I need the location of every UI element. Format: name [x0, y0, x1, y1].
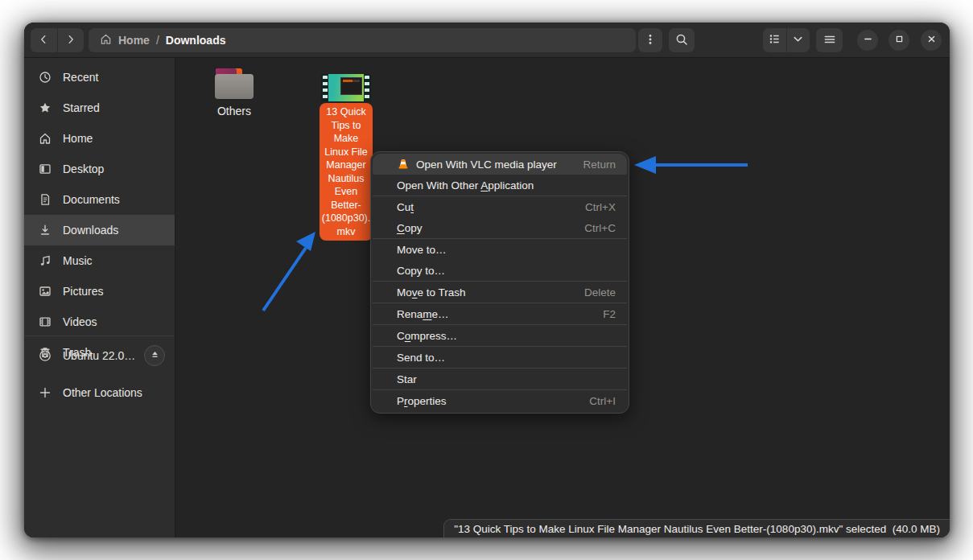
view-options-button[interactable]	[786, 28, 810, 52]
menu-item-send-to[interactable]: Send to…	[373, 347, 627, 368]
menu-item-label: Send to…	[397, 352, 445, 364]
star-icon	[39, 101, 52, 114]
chevron-down-icon	[792, 33, 804, 47]
hamburger-icon	[823, 33, 836, 48]
breadcrumb-home[interactable]: Home	[118, 34, 150, 47]
download-icon	[39, 224, 52, 237]
menu-item-properties[interactable]: PropertiesCtrl+I	[373, 390, 627, 411]
sidebar-item-label: Pictures	[63, 285, 104, 298]
sidebar-item-label: Documents	[63, 193, 120, 206]
list-view-button[interactable]	[763, 28, 786, 52]
close-button[interactable]	[921, 30, 942, 51]
maximize-button[interactable]	[888, 30, 909, 51]
document-icon	[39, 193, 52, 206]
eject-button[interactable]	[144, 345, 165, 366]
sidebar-item-ubuntu-volume[interactable]: Ubuntu 22.0…	[24, 340, 175, 371]
menu-item-label: Star	[397, 373, 417, 385]
home-icon	[100, 33, 112, 48]
menu-item-compress[interactable]: Compress…	[373, 325, 627, 346]
maximize-icon	[894, 34, 905, 47]
kebab-menu-icon	[644, 33, 657, 48]
menu-item-cut[interactable]: CutCtrl+X	[373, 196, 627, 217]
sidebar-item-label: Videos	[63, 315, 97, 328]
picture-icon	[39, 285, 52, 298]
sidebar-item-home[interactable]: Home	[24, 123, 175, 154]
screenshot-page: Home / Downloads	[0, 0, 973, 560]
eject-icon	[150, 349, 160, 362]
disc-icon	[39, 349, 52, 362]
menu-item-rename[interactable]: Rename…F2	[373, 303, 627, 324]
minimize-button[interactable]	[857, 30, 878, 51]
sidebar-item-label: Music	[63, 254, 93, 267]
context-menu: Open With VLC media playerReturnOpen Wit…	[370, 151, 629, 414]
forward-button[interactable]	[57, 28, 85, 52]
chevron-right-icon	[65, 34, 76, 47]
menu-item-label: Move to…	[397, 244, 447, 256]
file-label: Others	[217, 105, 251, 117]
menu-item-label: Open With VLC media player	[416, 159, 557, 171]
breadcrumb-current[interactable]: Downloads	[166, 34, 226, 47]
path-menu-button[interactable]	[638, 28, 662, 52]
sidebar-item-label: Home	[63, 132, 93, 145]
menu-item-accelerator: Ctrl+X	[585, 201, 616, 213]
search-button[interactable]	[669, 28, 695, 52]
status-bar: "13 Quick Tips to Make Linux File Manage…	[443, 519, 950, 537]
menu-item-copy[interactable]: CopyCtrl+C	[373, 217, 627, 238]
history-nav-group	[31, 28, 84, 52]
menu-item-label: Move to Trash	[397, 286, 466, 299]
sidebar-item-label: Downloads	[63, 224, 118, 237]
sidebar-separator	[24, 336, 175, 336]
breadcrumb-separator: /	[156, 34, 159, 47]
menu-item-accelerator: Ctrl+C	[584, 222, 616, 234]
search-icon	[675, 33, 688, 48]
sidebar-item-other-locations[interactable]: Other Locations	[24, 377, 175, 408]
menu-item-accelerator: F2	[603, 308, 616, 320]
vlc-icon	[397, 158, 410, 171]
film-icon	[39, 315, 52, 328]
nautilus-window: Home / Downloads	[24, 23, 950, 537]
music-icon	[39, 254, 52, 267]
menu-item-move-to[interactable]: Move to…	[373, 239, 627, 260]
sidebar-item-downloads[interactable]: Downloads	[24, 215, 175, 245]
sidebar-item-videos[interactable]: Videos	[24, 307, 175, 337]
minimize-icon	[863, 34, 873, 47]
file-area: Others 13 Quick Tips to Make Linux File …	[175, 58, 950, 537]
desktop-icon	[39, 163, 52, 175]
sidebar-item-starred[interactable]: Starred	[24, 93, 175, 123]
menu-item-label: Copy to…	[397, 265, 445, 277]
video-file-item-selected[interactable]: 13 Quick Tips to Make Linux File Manager…	[320, 74, 373, 241]
menu-item-open-with-other-application[interactable]: Open With Other Application	[373, 175, 627, 196]
hamburger-menu-button[interactable]	[816, 28, 843, 52]
close-icon	[926, 34, 937, 47]
menu-item-open-with-vlc-media-player[interactable]: Open With VLC media playerReturn	[373, 154, 627, 175]
menu-item-label: Open With Other Application	[397, 179, 534, 191]
menu-item-accelerator: Delete	[584, 286, 616, 299]
plus-icon	[39, 386, 52, 399]
menu-item-label: Properties	[397, 395, 447, 407]
video-thumbnail-icon	[321, 74, 371, 101]
view-toggle-group	[763, 28, 810, 52]
menu-item-label: Copy	[397, 222, 423, 234]
sidebar: RecentStarredHomeDesktopDocumentsDownloa…	[24, 58, 175, 537]
sidebar-item-documents[interactable]: Documents	[24, 184, 175, 215]
sidebar-item-recent[interactable]: Recent	[24, 62, 175, 93]
sidebar-item-label: Recent	[63, 71, 98, 84]
folder-icon	[215, 68, 254, 99]
menu-item-label: Cut	[397, 201, 414, 213]
back-button[interactable]	[31, 28, 57, 52]
clock-icon	[39, 71, 52, 84]
menu-item-move-to-trash[interactable]: Move to TrashDelete	[373, 282, 627, 303]
sidebar-item-label: Other Locations	[63, 386, 142, 399]
header-bar: Home / Downloads	[24, 23, 950, 58]
folder-item-others[interactable]: Others	[196, 68, 273, 117]
path-bar[interactable]: Home / Downloads	[89, 28, 636, 52]
menu-item-label: Compress…	[397, 330, 457, 342]
sidebar-item-music[interactable]: Music	[24, 245, 175, 276]
menu-item-accelerator: Return	[583, 159, 616, 171]
sidebar-item-desktop[interactable]: Desktop	[24, 154, 175, 184]
menu-item-copy-to[interactable]: Copy to…	[373, 260, 627, 281]
home-icon	[39, 132, 52, 145]
chevron-left-icon	[38, 34, 49, 47]
menu-item-star[interactable]: Star	[373, 369, 627, 389]
sidebar-item-pictures[interactable]: Pictures	[24, 276, 175, 307]
